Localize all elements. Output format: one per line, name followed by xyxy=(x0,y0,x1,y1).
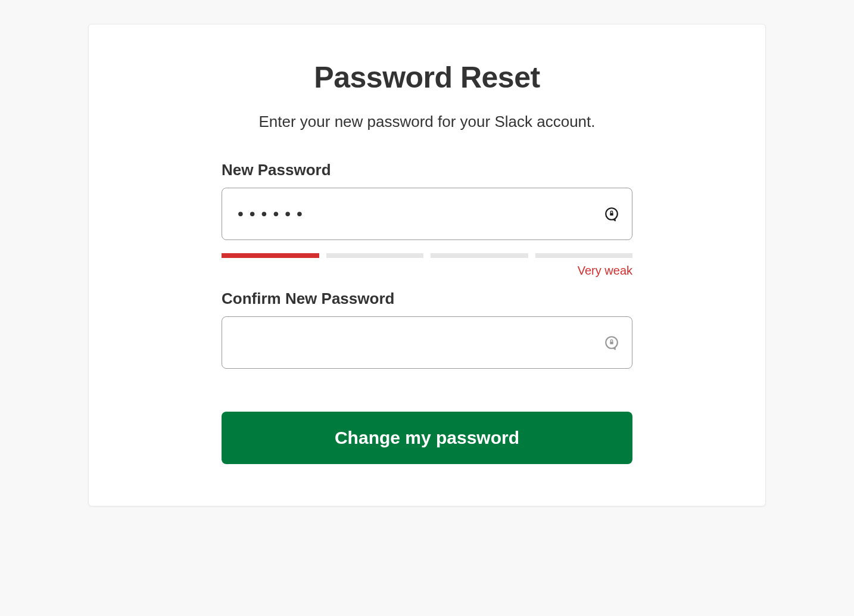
change-password-button[interactable]: Change my password xyxy=(222,412,632,464)
page-subtitle: Enter your new password for your Slack a… xyxy=(258,113,595,131)
strength-segment-4 xyxy=(535,253,633,258)
page-title: Password Reset xyxy=(314,60,540,95)
new-password-input[interactable] xyxy=(222,188,632,240)
strength-segment-3 xyxy=(431,253,528,258)
confirm-password-wrapper xyxy=(222,316,632,369)
password-reset-form: New Password Very weak xyxy=(222,161,632,464)
strength-segment-2 xyxy=(326,253,424,258)
strength-label: Very weak xyxy=(222,264,632,278)
strength-segment-1 xyxy=(222,253,319,258)
new-password-wrapper xyxy=(222,188,632,240)
svg-rect-3 xyxy=(610,341,613,344)
lock-rotate-icon[interactable] xyxy=(604,206,619,222)
confirm-password-input[interactable] xyxy=(222,316,632,369)
new-password-group: New Password Very weak xyxy=(222,161,632,278)
confirm-password-label: Confirm New Password xyxy=(222,290,632,308)
password-reset-card: Password Reset Enter your new password f… xyxy=(88,24,766,506)
lock-rotate-icon[interactable] xyxy=(604,335,619,350)
new-password-label: New Password xyxy=(222,161,632,179)
svg-rect-1 xyxy=(610,213,613,215)
confirm-password-group: Confirm New Password xyxy=(222,290,632,369)
password-strength-meter xyxy=(222,253,632,258)
